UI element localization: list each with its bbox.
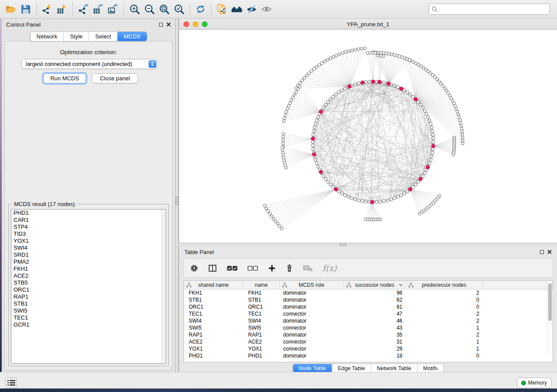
column-header-shared-name[interactable]: shared name	[184, 281, 243, 289]
network-node[interactable]	[282, 142, 285, 145]
table-scrollbar[interactable]	[547, 281, 552, 353]
network-node[interactable]	[324, 103, 327, 106]
network-hub-node[interactable]	[432, 144, 435, 148]
network-node[interactable]	[460, 127, 463, 130]
network-node[interactable]	[311, 133, 315, 136]
network-node[interactable]	[323, 60, 326, 63]
mcds-result-item[interactable]: PHD1	[11, 210, 166, 217]
mcds-result-item[interactable]: SWI5	[11, 307, 166, 314]
network-node[interactable]	[374, 52, 377, 55]
network-node[interactable]	[298, 85, 301, 88]
table-scrollbar-thumb[interactable]	[548, 283, 552, 321]
network-hub-node[interactable]	[414, 97, 417, 101]
network-node[interactable]	[393, 84, 396, 87]
network-hub-node[interactable]	[334, 188, 338, 191]
network-node[interactable]	[376, 54, 379, 57]
network-node[interactable]	[326, 180, 329, 183]
zoom-fit-button[interactable]	[157, 2, 172, 16]
network-node[interactable]	[412, 186, 415, 189]
network-node[interactable]	[382, 55, 385, 58]
network-node[interactable]	[461, 139, 464, 142]
network-node[interactable]	[317, 165, 320, 168]
network-node[interactable]	[452, 153, 455, 156]
table-row[interactable]: SWI4SWI4dominator462	[184, 317, 553, 324]
network-node[interactable]	[272, 217, 275, 220]
network-node[interactable]	[282, 133, 285, 136]
network-node[interactable]	[412, 95, 415, 98]
network-node[interactable]	[286, 107, 289, 110]
mcds-result-item[interactable]: ACE2	[11, 272, 166, 279]
network-node[interactable]	[317, 116, 320, 119]
network-node[interactable]	[335, 54, 338, 57]
network-node[interactable]	[396, 195, 399, 198]
network-node[interactable]	[332, 95, 335, 98]
network-node[interactable]	[461, 136, 464, 139]
tab-style[interactable]: Style	[63, 32, 89, 41]
network-hub-node[interactable]	[387, 82, 391, 86]
network-node[interactable]	[276, 222, 279, 225]
network-node[interactable]	[431, 151, 434, 154]
vertical-splitter-handle[interactable]	[176, 196, 178, 205]
optimization-criterion-select[interactable]: largest connected component (undirected)	[21, 59, 158, 69]
network-node[interactable]	[347, 50, 350, 53]
network-node[interactable]	[337, 91, 340, 94]
network-node[interactable]	[425, 112, 428, 115]
network-node[interactable]	[375, 200, 378, 203]
network-node[interactable]	[315, 65, 318, 69]
mcds-result-item[interactable]: SRD1	[11, 251, 166, 258]
network-node[interactable]	[337, 190, 340, 193]
network-node[interactable]	[281, 146, 284, 149]
network-node[interactable]	[329, 57, 332, 60]
network-hub-node[interactable]	[311, 137, 315, 141]
network-node[interactable]	[338, 53, 341, 56]
network-node[interactable]	[458, 116, 461, 119]
network-node[interactable]	[312, 130, 315, 133]
new-network-from-selection-button[interactable]	[214, 2, 229, 16]
network-hub-node[interactable]	[348, 85, 351, 88]
network-node[interactable]	[417, 180, 420, 183]
mcds-result-item[interactable]: CAR1	[11, 217, 166, 224]
table-row[interactable]: RAP1RAP1dominator352	[184, 331, 553, 338]
network-node[interactable]	[283, 117, 286, 120]
network-node[interactable]	[364, 218, 367, 221]
search-box[interactable]	[429, 3, 550, 15]
network-node[interactable]	[311, 140, 314, 143]
network-node[interactable]	[417, 100, 420, 103]
network-node[interactable]	[301, 79, 304, 82]
tab-select[interactable]: Select	[89, 32, 117, 41]
network-node[interactable]	[430, 155, 433, 158]
network-hub-node[interactable]	[419, 177, 422, 181]
network-node[interactable]	[278, 225, 281, 228]
network-canvas[interactable]	[179, 30, 557, 243]
network-node[interactable]	[285, 110, 288, 113]
network-node[interactable]	[414, 183, 417, 186]
network-node[interactable]	[353, 198, 356, 201]
network-node[interactable]	[390, 198, 393, 201]
zoom-out-button[interactable]	[142, 2, 157, 16]
network-node[interactable]	[455, 107, 458, 110]
network-node[interactable]	[322, 106, 325, 109]
network-node[interactable]	[460, 124, 463, 127]
network-hub-node[interactable]	[319, 170, 322, 174]
mcds-result-item[interactable]: GCR1	[11, 321, 166, 328]
network-node[interactable]	[456, 110, 459, 113]
tab-node-table[interactable]: Node Table	[293, 364, 332, 372]
network-node[interactable]	[461, 133, 464, 136]
network-node[interactable]	[311, 148, 315, 151]
network-node[interactable]	[334, 93, 337, 96]
network-node[interactable]	[321, 62, 324, 65]
network-node[interactable]	[393, 196, 396, 199]
network-node[interactable]	[361, 199, 364, 203]
network-node[interactable]	[353, 83, 356, 86]
column-header-predecessor-nodes[interactable]: predecessor nodes	[406, 281, 483, 289]
network-node[interactable]	[458, 119, 461, 122]
network-node[interactable]	[291, 96, 294, 99]
mcds-result-item[interactable]: SWI4	[11, 244, 166, 251]
mcds-result-item[interactable]: RAP1	[11, 293, 166, 300]
network-node[interactable]	[406, 190, 409, 193]
network-node[interactable]	[347, 195, 350, 198]
network-node[interactable]	[428, 162, 431, 165]
network-node[interactable]	[423, 109, 426, 112]
import-network-button[interactable]	[40, 2, 55, 16]
mcds-result-item[interactable]: PMA2	[11, 258, 166, 265]
